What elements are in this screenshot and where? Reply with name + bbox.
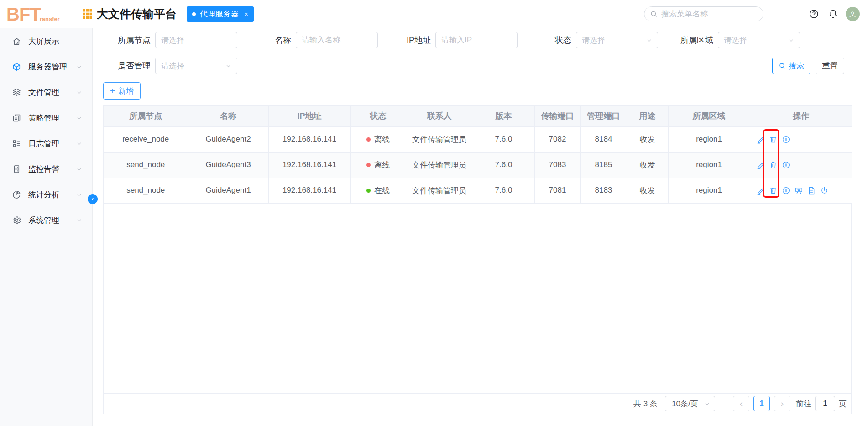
reset-button[interactable]: 重置 [816, 58, 844, 74]
filter-name: 名称 [256, 32, 378, 48]
chevron-down-icon [76, 141, 82, 147]
cell-version: 7.6.0 [473, 152, 534, 178]
sidebar-item-label: 日志管理 [28, 138, 76, 149]
page-title: 大文件传输平台 [97, 6, 177, 21]
avatar-text: 文 [849, 10, 856, 18]
delete-icon[interactable] [769, 135, 778, 144]
system-gear-icon [12, 216, 21, 225]
filter-status: 状态 请选择 [539, 32, 658, 48]
sidebar-collapse-toggle[interactable]: ‹ [88, 194, 98, 204]
help-icon[interactable] [808, 9, 819, 20]
sidebar-item-dashboard[interactable]: 大屏展示 [0, 28, 92, 54]
filter-name-input[interactable] [296, 32, 378, 48]
sidebar-item-label: 大屏展示 [28, 36, 82, 47]
pause-icon[interactable] [782, 160, 791, 169]
table-row: receive_node GuideAgent2 192.168.16.141 … [104, 126, 852, 152]
filter-node-select[interactable]: 请选择 [155, 32, 237, 48]
chevron-down-icon [76, 166, 82, 172]
goto-page-input[interactable] [815, 396, 835, 411]
prev-page-button[interactable]: ‹ [733, 396, 749, 411]
status-dot [366, 189, 371, 193]
col-contact: 联系人 [406, 106, 473, 126]
cell-name: GuideAgent3 [188, 152, 268, 178]
tab-proxy-server[interactable]: 代理服务器 × [187, 6, 254, 22]
grid-icon [83, 9, 92, 19]
chevron-down-icon [788, 37, 794, 43]
sidebar-item-label: 监控告警 [28, 164, 76, 174]
table-row: send_node GuideAgent1 192.168.16.141 在线 … [104, 178, 852, 203]
filter-region: 所属区域 请选择 [669, 32, 800, 48]
sidebar-item-statistics[interactable]: 统计分析 [0, 182, 92, 207]
chevron-left-icon: ‹ [92, 196, 94, 202]
page-size-select[interactable]: 10条/页 [665, 396, 715, 411]
chevron-down-icon [76, 89, 82, 95]
delete-icon[interactable] [769, 160, 778, 169]
filter-status-label: 状态 [539, 35, 571, 46]
search-button[interactable]: 搜索 [772, 58, 810, 74]
filter-managed-select[interactable]: 请选择 [155, 58, 237, 74]
menu-search-box[interactable] [644, 6, 763, 21]
sidebar-item-log-management[interactable]: 日志管理 [0, 131, 92, 156]
table-row: send_node GuideAgent3 192.168.16.141 离线 … [104, 152, 852, 178]
cell-status: 离线 [350, 126, 406, 152]
tab-close-icon[interactable]: × [244, 10, 248, 18]
col-region: 所属区域 [668, 106, 750, 126]
edit-icon[interactable] [756, 160, 765, 169]
filter-managed-label: 是否管理 [103, 60, 151, 71]
chevron-down-icon [76, 192, 82, 198]
sidebar-item-server-management[interactable]: 服务器管理 [0, 54, 92, 79]
page-number-1[interactable]: 1 [753, 396, 770, 411]
bell-icon[interactable] [827, 9, 838, 20]
pause-icon[interactable] [782, 135, 791, 144]
sidebar-item-system-management[interactable]: 系统管理 [0, 207, 92, 233]
filter-managed: 是否管理 请选择 [103, 58, 237, 74]
filter-ip-input[interactable] [435, 32, 518, 48]
filter-ip-input-field[interactable] [441, 36, 512, 45]
table-empty-area [104, 204, 851, 394]
filter-region-select[interactable]: 请选择 [718, 32, 800, 48]
filter-ip-label: IP地址 [392, 35, 431, 46]
chevron-left-icon: ‹ [740, 399, 743, 409]
tab-active-dot [192, 12, 196, 16]
cell-manage-port: 8183 [580, 178, 627, 203]
home-icon [12, 37, 21, 46]
next-page-button[interactable]: › [774, 396, 790, 411]
col-transfer-port: 传输端口 [534, 106, 580, 126]
cell-manage-port: 8185 [580, 152, 627, 178]
cell-actions [750, 178, 852, 203]
tab-label: 代理服务器 [200, 9, 239, 19]
status-badge: 离线 [374, 134, 390, 145]
menu-search-input[interactable] [661, 10, 758, 19]
power-icon[interactable] [820, 186, 829, 195]
document-icon[interactable] [807, 186, 816, 195]
policy-doc-icon [12, 113, 21, 123]
status-dot [366, 163, 371, 167]
cell-node: send_node [104, 178, 188, 203]
cell-name: GuideAgent2 [188, 126, 268, 152]
filter-status-select[interactable]: 请选择 [576, 32, 658, 48]
avatar[interactable]: 文 [846, 7, 860, 21]
sidebar-item-monitor-alert[interactable]: 监控告警 [0, 156, 92, 182]
pagination-bar: 共 3 条 10条/页 ‹ 1 › 前往 页 [104, 393, 851, 414]
sidebar-item-policy-management[interactable]: 策略管理 [0, 105, 92, 131]
cell-transfer-port: 7081 [534, 178, 580, 203]
cell-ip: 192.168.16.141 [268, 152, 350, 178]
sidebar-item-file-management[interactable]: 文件管理 [0, 79, 92, 105]
sidebar-item-label: 统计分析 [28, 189, 76, 200]
delete-icon[interactable] [769, 186, 778, 195]
edit-icon[interactable] [756, 135, 765, 144]
cell-actions [750, 126, 852, 152]
add-button[interactable]: + 新增 [103, 82, 141, 100]
chevron-down-icon [76, 64, 82, 70]
sidebar-item-label: 服务器管理 [28, 62, 76, 72]
col-usage: 用途 [627, 106, 668, 126]
cell-ip: 192.168.16.141 [268, 178, 350, 203]
pause-icon[interactable] [782, 186, 791, 195]
filter-name-input-field[interactable] [302, 36, 372, 45]
col-version: 版本 [473, 106, 534, 126]
status-badge: 在线 [374, 185, 390, 196]
screen-icon[interactable] [795, 186, 804, 195]
edit-icon[interactable] [756, 186, 765, 195]
data-table-container: 所属节点 名称 IP地址 状态 联系人 版本 传输端口 管理端口 用途 所属区域… [103, 105, 852, 414]
page-unit-label: 页 [839, 399, 847, 409]
